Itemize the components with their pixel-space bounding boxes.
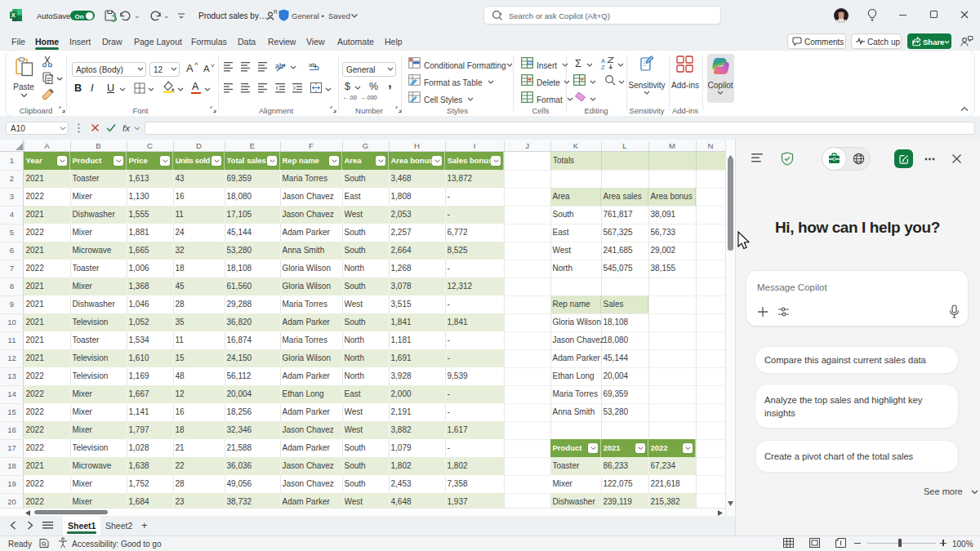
svg-text:Z: Z bbox=[601, 64, 605, 69]
svg-text:X: X bbox=[11, 11, 16, 19]
svg-text:R: R bbox=[274, 9, 278, 15]
